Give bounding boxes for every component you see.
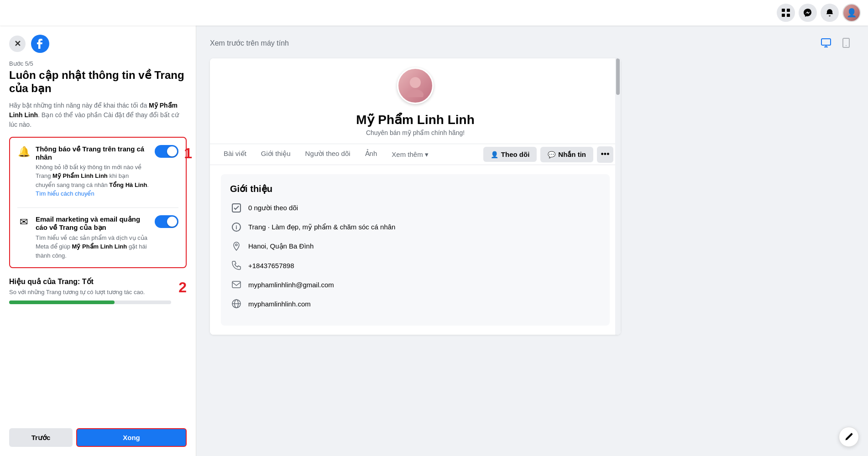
bottom-buttons: Trước Xong (9, 421, 187, 447)
message-button[interactable]: 💬 Nhắn tin (540, 147, 593, 162)
grid-icon-button[interactable] (777, 4, 795, 22)
brand-name-1: Mỹ Phẩm Linh Linh (9, 102, 178, 119)
learn-more-link[interactable]: Tìm hiểu cách chuyển (36, 190, 94, 197)
feature-notification-title: Thông báo về Trang trên trang cá nhân (36, 145, 149, 161)
feature-email-content: Email marketing và email quảng cáo về Tr… (36, 215, 149, 260)
about-item-website: myphamlinhlinh.com (230, 297, 601, 310)
quality-bar-fill (9, 301, 115, 304)
edit-fab-button[interactable] (839, 427, 859, 447)
close-button[interactable]: ✕ (9, 36, 26, 52)
notifications-icon-button[interactable] (821, 4, 839, 22)
email-toggle[interactable] (155, 215, 178, 228)
svg-rect-1 (787, 9, 790, 12)
svg-rect-5 (821, 39, 831, 45)
prev-button[interactable]: Trước (9, 428, 73, 447)
svg-text:i: i (235, 224, 237, 231)
profile-avatar-area (210, 58, 621, 109)
panel-header: ✕ (9, 35, 187, 53)
tab-more-label: Xem thêm (392, 150, 423, 158)
about-item-category: i Trang · Làm đẹp, mỹ phẩm & chăm sóc cá… (230, 221, 601, 233)
brand-name-feature2: Mỹ Phẩm Linh Linh (72, 243, 127, 250)
followers-icon (230, 202, 243, 214)
follow-label: Theo dõi (501, 150, 530, 158)
left-panel: ✕ Bước 5/5 Luôn cập nhật thông tin về Tr… (0, 26, 196, 456)
about-card: Giới thiệu 0 người theo dõi (221, 174, 610, 326)
info-icon: i (230, 221, 243, 233)
features-box: 🔔 Thông báo về Trang trên trang cá nhân … (9, 137, 187, 269)
about-item-followers: 0 người theo dõi (230, 202, 601, 214)
about-item-phone: +18437657898 (230, 259, 601, 272)
profile-tagline: Chuyên bán mỹ phẩm chính hãng! (210, 129, 621, 136)
about-text-location: Hanoi, Quận Ba Đình (248, 242, 314, 250)
preview-header: Xem trước trên máy tính (210, 35, 854, 51)
feature-divider (17, 207, 178, 208)
follow-button[interactable]: 👤 Theo dõi (483, 147, 537, 162)
main-layout: ✕ Bước 5/5 Luôn cập nhật thông tin về Tr… (0, 26, 868, 456)
svg-rect-3 (787, 14, 790, 17)
chevron-down-icon: ▾ (425, 150, 429, 159)
right-panel: Xem trước trên máy tính (196, 26, 868, 456)
tablet-icon-button[interactable] (838, 35, 854, 51)
tab-followers[interactable]: Người theo dõi (299, 144, 357, 165)
about-text-followers: 0 người theo dõi (248, 204, 298, 212)
scrollbar-thumb[interactable] (616, 58, 620, 95)
feature-email: ✉ Email marketing và email quảng cáo về … (17, 215, 178, 260)
feature-notification-desc: Không bỏ lỡ bất kỳ thông tin mới nào về … (36, 163, 149, 198)
facebook-logo (31, 35, 49, 53)
preview-card: Mỹ Phẩm Linh Linh Chuyên bán mỹ phẩm chí… (210, 58, 621, 335)
profile-tabs: Bài viết Giới thiệu Người theo dõi Ảnh X… (210, 144, 621, 165)
quality-desc: So với những Trang tương tự có lượt tươn… (9, 288, 171, 297)
notification-toggle[interactable] (155, 145, 178, 158)
svg-rect-13 (232, 281, 241, 288)
tab-photos[interactable]: Ảnh (359, 144, 384, 165)
device-toggle (818, 35, 854, 51)
nav-icons: 👤 (777, 4, 861, 22)
message-label: Nhắn tin (558, 150, 586, 159)
profile-avatar (397, 67, 434, 104)
svg-rect-0 (782, 9, 785, 12)
quality-title: Hiệu quả của Trang: Tốt (9, 277, 171, 286)
svg-point-8 (410, 77, 421, 88)
desktop-icon-button[interactable] (818, 35, 834, 51)
profile-name: Mỹ Phẩm Linh Linh (210, 109, 621, 129)
website-icon (230, 297, 243, 310)
svg-rect-2 (782, 14, 785, 17)
about-item-email: myphamlinhlinh@gmail.com (230, 278, 601, 291)
about-section: Giới thiệu 0 người theo dõi (210, 165, 621, 335)
svg-point-9 (407, 89, 424, 97)
email-about-icon (230, 278, 243, 291)
feature-notification-content: Thông báo về Trang trên trang cá nhân Kh… (36, 145, 149, 198)
messenger-icon-button[interactable] (799, 4, 817, 22)
feature-email-title: Email marketing và email quảng cáo về Tr… (36, 215, 149, 232)
follow-icon: 👤 (491, 151, 498, 158)
about-text-category: Trang · Làm đẹp, mỹ phẩm & chăm sóc cá n… (248, 223, 395, 231)
about-text-website: myphamlinhlinh.com (248, 300, 311, 308)
next-button[interactable]: Xong (76, 428, 187, 447)
tab-posts[interactable]: Bài viết (217, 144, 253, 165)
quality-section: Hiệu quả của Trang: Tốt So với những Tra… (9, 277, 187, 306)
email-icon: ✉ (17, 216, 30, 228)
about-title: Giới thiệu (230, 183, 601, 194)
about-text-phone: +18437657898 (248, 262, 294, 269)
tab-about[interactable]: Giới thiệu (255, 144, 297, 165)
quality-bar-container (9, 301, 171, 304)
scrollbar-track[interactable] (615, 58, 621, 335)
more-options-button[interactable]: ••• (597, 146, 613, 163)
top-nav: 👤 (0, 0, 868, 26)
tab-more[interactable]: Xem thêm ▾ (385, 145, 434, 164)
brand-name-feature1: Mỹ Phẩm Linh Linh (52, 172, 108, 179)
feature-email-desc: Tìm hiểu về các sản phẩm và dịch vụ của … (36, 233, 149, 260)
quality-bar-background (9, 301, 171, 304)
step-title: Luôn cập nhật thông tin về Trang của bạn (9, 69, 187, 95)
bell-icon: 🔔 (17, 146, 30, 158)
step-label: Bước 5/5 (9, 60, 187, 67)
location-icon (230, 240, 243, 253)
feature-notifications: 🔔 Thông báo về Trang trên trang cá nhân … (17, 145, 178, 198)
step-number-2: 2 (178, 279, 187, 296)
message-icon: 💬 (548, 151, 555, 158)
user-avatar[interactable]: 👤 (842, 4, 861, 22)
about-item-location: Hanoi, Quận Ba Đình (230, 240, 601, 253)
preview-title: Xem trước trên máy tính (210, 39, 289, 47)
about-text-email: myphamlinhlinh@gmail.com (248, 281, 334, 289)
phone-icon (230, 259, 243, 272)
